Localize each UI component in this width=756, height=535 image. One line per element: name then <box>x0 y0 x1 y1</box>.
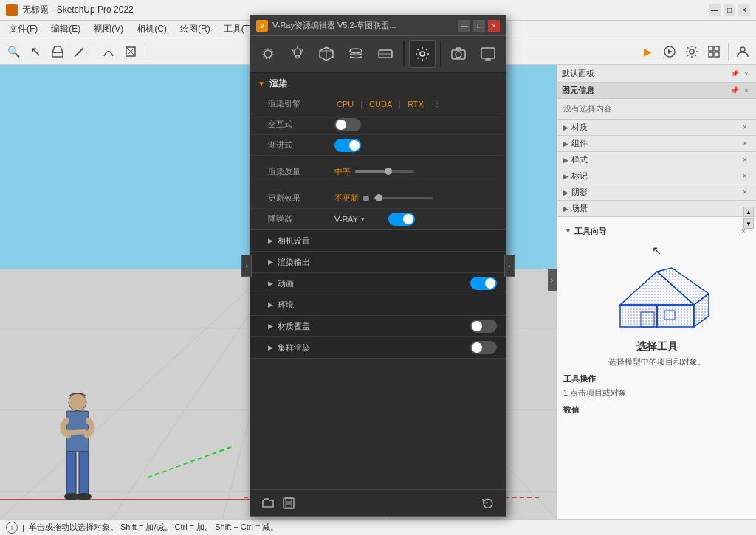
interactive-toggle[interactable] <box>334 118 361 131</box>
vray-nav-left[interactable]: ‹ <box>241 255 252 277</box>
menu-draw[interactable]: 绘图(R) <box>174 21 216 37</box>
title-bar-controls: — □ × <box>709 4 750 16</box>
vray-tb-output[interactable] <box>475 40 501 68</box>
minimize-button[interactable]: — <box>709 4 721 16</box>
cluster-render-toggle[interactable] <box>470 341 497 354</box>
environment-header[interactable]: ▶ 环境 <box>250 294 506 315</box>
vray-reset-btn[interactable] <box>478 493 498 514</box>
vray-tb-settings[interactable] <box>409 40 436 68</box>
svg-marker-1 <box>52 46 63 52</box>
title-bar-left: 无标题 - SketchUp Pro 2022 <box>6 4 134 16</box>
pencil-button[interactable] <box>69 41 90 62</box>
status-bar: i | 单击或拖动以选择对象。 Shift = 加/减。 Ctrl = 加。 S… <box>0 519 756 535</box>
vray-tb-render[interactable] <box>255 40 281 68</box>
pin-button[interactable]: 📌 <box>729 69 740 79</box>
entity-info-header: 图元信息 📌 × <box>557 83 756 99</box>
user-btn[interactable] <box>732 41 753 62</box>
materials-close[interactable]: × <box>740 122 750 133</box>
update-slider-track[interactable] <box>374 197 433 199</box>
vray-dialog: V V-Ray资源编辑器 V5.2-草图联盟... — □ × <box>250 15 506 517</box>
maximize-button[interactable]: □ <box>724 4 735 16</box>
quality-slider-track[interactable] <box>355 170 414 173</box>
material-override-knob <box>472 321 482 331</box>
render-output-left: ▶ 渲染输出 <box>268 257 310 268</box>
render-section-header[interactable]: ▼ 渲染 <box>250 73 506 94</box>
zoom-button[interactable]: 🔍 <box>3 41 24 62</box>
cpu-btn[interactable]: CPU <box>334 99 356 109</box>
animation-toggle[interactable] <box>470 277 497 290</box>
render-output-header[interactable]: ▶ 渲染输出 <box>250 252 506 272</box>
right-arrow-indicator[interactable]: › <box>548 269 557 291</box>
material-override-header[interactable]: ▶ 材质覆盖 <box>250 316 506 336</box>
vray-settings-btn[interactable] <box>681 41 702 62</box>
scenes-panel[interactable]: ▶ 场景 × <box>557 201 756 217</box>
house-illustration <box>598 262 716 336</box>
close-button[interactable]: × <box>738 4 750 16</box>
menu-camera[interactable]: 相机(C) <box>131 21 173 37</box>
styles-close[interactable]: × <box>740 155 750 165</box>
entity-info-text: 没有选择内容 <box>563 104 612 113</box>
vray-maximize[interactable]: □ <box>473 20 485 32</box>
tags-close[interactable]: × <box>740 171 750 182</box>
vray-content: ▼ 渲染 渲染引擎 CPU | CUDA | RTX ⋮ 交互式 <box>250 73 506 489</box>
svg-rect-0 <box>52 52 63 57</box>
vray-tb-layers[interactable] <box>343 40 369 68</box>
right-panel: 默认面板 📌 × 图元信息 📌 × 没有选择内容 <box>557 65 756 519</box>
vray-tb-environment[interactable] <box>372 40 399 68</box>
vray-tb-material[interactable] <box>314 40 340 68</box>
entity-info-title: 图元信息 <box>562 85 594 96</box>
render-output-arrow: ▶ <box>268 258 273 266</box>
denoiser-toggle[interactable] <box>388 213 415 226</box>
vray-tb-light[interactable] <box>284 40 311 68</box>
components-close[interactable]: × <box>740 139 750 149</box>
quality-label: 渲染质量 <box>268 166 334 177</box>
rtx-btn[interactable]: RTX <box>405 99 426 109</box>
scroll-up[interactable]: ▲ <box>743 207 754 217</box>
vray-render-btn[interactable]: ▶ <box>637 41 658 62</box>
cluster-render-header[interactable]: ▶ 集群渲染 <box>250 337 506 358</box>
entity-info-close[interactable]: × <box>741 86 752 96</box>
shadows-panel[interactable]: ▶ 阴影 × <box>557 184 756 201</box>
scroll-down[interactable]: ▼ <box>743 218 754 229</box>
components-panel[interactable]: ▶ 组件 × <box>557 136 756 152</box>
vray-interactive-btn[interactable] <box>659 41 680 62</box>
animation-header[interactable]: ▶ 动画 <box>250 273 506 294</box>
animation-label: 动画 <box>278 278 294 289</box>
vray-minimize[interactable]: — <box>458 20 470 32</box>
vray-open-btn[interactable] <box>258 493 278 514</box>
vray-tb-camera[interactable] <box>445 40 472 68</box>
entity-info-pin[interactable]: 📌 <box>729 86 740 96</box>
vray-assets-btn[interactable] <box>704 41 724 62</box>
row-spacer-2 <box>250 182 506 188</box>
tool-name: 选择工具 <box>563 340 750 353</box>
shape-button[interactable] <box>120 41 141 62</box>
menu-file[interactable]: 文件(F) <box>3 21 44 37</box>
denoiser-dropdown[interactable]: V-RAY ▾ <box>334 215 365 224</box>
camera-settings-header[interactable]: ▶ 相机设置 <box>250 230 506 251</box>
quality-slider-thumb <box>385 168 392 175</box>
panel-close[interactable]: × <box>741 69 752 79</box>
vray-close[interactable]: × <box>488 20 500 32</box>
tags-panel[interactable]: ▶ 标记 × <box>557 168 756 184</box>
shadows-close[interactable]: × <box>740 187 750 198</box>
vray-save-btn[interactable] <box>278 493 299 514</box>
render-section: ▼ 渲染 渲染引擎 CPU | CUDA | RTX ⋮ 交互式 <box>250 73 506 230</box>
materials-panel[interactable]: ▶ 材质 × <box>557 120 756 136</box>
cuda-btn[interactable]: CUDA <box>367 99 394 109</box>
vray-bottom-toolbar <box>250 489 506 516</box>
vray-nav-right[interactable]: › <box>504 255 515 277</box>
progressive-toggle[interactable] <box>334 139 361 152</box>
menu-view[interactable]: 视图(V) <box>88 21 129 37</box>
quality-slider-container <box>355 170 414 173</box>
styles-panel[interactable]: ▶ 样式 × <box>557 152 756 168</box>
status-info-icon[interactable]: i <box>6 522 18 534</box>
select-button[interactable]: ↖ <box>25 41 46 62</box>
material-override-toggle[interactable] <box>470 320 497 333</box>
scenes-label: ▶ 场景 <box>563 203 588 214</box>
progressive-value <box>334 139 497 152</box>
arc-button[interactable] <box>98 41 119 62</box>
animation-arrow: ▶ <box>268 280 273 287</box>
material-override-section: ▶ 材质覆盖 <box>250 316 506 337</box>
eraser-button[interactable] <box>47 41 68 62</box>
menu-edit[interactable]: 编辑(E) <box>45 21 86 37</box>
